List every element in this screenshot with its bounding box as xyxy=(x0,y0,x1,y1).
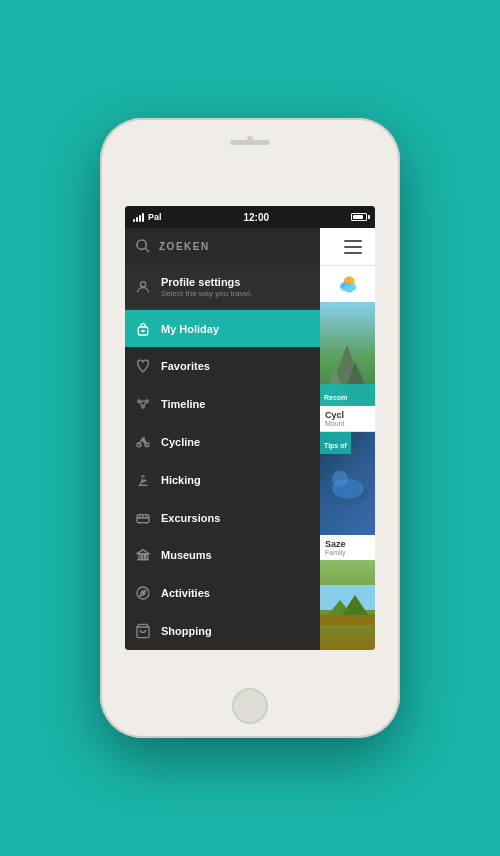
bicycle-icon xyxy=(135,434,151,450)
excursions-title: Excursions xyxy=(161,512,220,524)
search-icon xyxy=(135,238,151,254)
sidebar-item-hicking[interactable]: Hicking xyxy=(125,461,320,499)
svg-rect-20 xyxy=(139,554,141,560)
weather-icon xyxy=(336,272,360,296)
status-bar: Pal 12:00 xyxy=(125,206,375,228)
svg-point-2 xyxy=(140,282,145,287)
screen-content: ZOEKEN Profile settings Select the way y… xyxy=(125,228,375,650)
compass-icon xyxy=(135,585,151,601)
svg-rect-40 xyxy=(320,615,375,625)
profile-text: Profile settings Select the way you trav… xyxy=(161,276,252,298)
suitcase-icon xyxy=(135,321,151,337)
status-left: Pal xyxy=(133,212,162,222)
card2-info: Saze Family xyxy=(320,535,375,560)
card2-title: Saze xyxy=(325,539,370,549)
museums-title: Museums xyxy=(161,549,212,561)
profile-subtitle: Select the way you travel. xyxy=(161,289,252,298)
card2-image: Tips of xyxy=(320,432,375,536)
signal-bars xyxy=(133,213,144,222)
svg-rect-30 xyxy=(340,288,354,291)
card2-badge-text: Tips of xyxy=(324,442,347,449)
shopping-icon xyxy=(135,623,151,639)
profile-title: Profile settings xyxy=(161,276,252,288)
sidebar-item-profile[interactable]: Profile settings Select the way you trav… xyxy=(125,266,320,310)
svg-point-0 xyxy=(137,240,146,249)
card2-section: Tips of Saze Family xyxy=(320,432,375,561)
cycline-title: Cycline xyxy=(161,436,200,448)
phone-frame: Pal 12:00 xyxy=(100,118,400,738)
card1-badge: Recom xyxy=(320,384,375,406)
hamburger-line-3 xyxy=(344,252,362,254)
landscape-bg xyxy=(320,560,375,650)
card1-image: Recom xyxy=(320,302,375,406)
favorites-title: Favorites xyxy=(161,360,210,372)
search-label: ZOEKEN xyxy=(159,241,210,252)
svg-line-10 xyxy=(140,402,143,405)
timeline-title: Timeline xyxy=(161,398,205,410)
card1-badge-text: Recom xyxy=(324,394,347,401)
right-header xyxy=(320,228,375,266)
card1-subtitle: Mount xyxy=(325,420,370,427)
sidebar-item-cycline[interactable]: Cycline xyxy=(125,423,320,461)
landscape-svg xyxy=(320,560,375,650)
battery-icon xyxy=(351,213,367,221)
shopping-title: Shopping xyxy=(161,625,212,637)
status-right xyxy=(351,213,367,221)
sidebar-item-activities[interactable]: Activities xyxy=(125,574,320,612)
svg-rect-22 xyxy=(146,554,148,560)
home-button[interactable] xyxy=(232,688,268,724)
right-content: Recom Cycl Mount xyxy=(320,266,375,650)
svg-point-24 xyxy=(142,593,143,594)
right-panel: Recom Cycl Mount xyxy=(320,228,375,650)
weather-section xyxy=(320,266,375,302)
hicking-title: Hicking xyxy=(161,474,201,486)
card2-subtitle: Family xyxy=(325,549,370,556)
svg-line-1 xyxy=(145,248,149,252)
search-row[interactable]: ZOEKEN xyxy=(125,228,320,266)
sidebar-item-shopping[interactable]: Shopping xyxy=(125,612,320,650)
sidebar-item-my-holiday[interactable]: My Holiday xyxy=(125,310,320,348)
hamburger-line-1 xyxy=(344,240,362,242)
svg-rect-21 xyxy=(142,554,144,560)
person-icon xyxy=(135,279,151,295)
battery-fill xyxy=(353,215,363,219)
hamburger-button[interactable] xyxy=(339,233,367,261)
my-holiday-title: My Holiday xyxy=(161,323,219,335)
bottom-image xyxy=(320,560,375,650)
timeline-icon xyxy=(135,396,151,412)
sidebar-item-favorites[interactable]: Favorites xyxy=(125,347,320,385)
sidebar-item-museums[interactable]: Museums xyxy=(125,537,320,575)
status-time: 12:00 xyxy=(243,212,269,223)
sidebar-item-timeline[interactable]: Timeline xyxy=(125,385,320,423)
activities-title: Activities xyxy=(161,587,210,599)
bus-icon xyxy=(135,510,151,526)
svg-line-11 xyxy=(144,402,147,405)
svg-point-36 xyxy=(332,470,348,486)
card2-badge: Tips of xyxy=(320,432,351,454)
card1-section: Recom Cycl Mount xyxy=(320,302,375,431)
card1-title: Cycl xyxy=(325,410,370,420)
heart-icon xyxy=(135,358,151,374)
phone-screen: Pal 12:00 xyxy=(125,206,375,650)
museum-icon xyxy=(135,547,151,563)
hike-icon xyxy=(135,472,151,488)
hamburger-line-2 xyxy=(344,246,362,248)
sidebar-item-excursions[interactable]: Excursions xyxy=(125,499,320,537)
card1-info: Cycl Mount xyxy=(320,406,375,431)
carrier-label: Pal xyxy=(148,212,162,222)
sidebar: ZOEKEN Profile settings Select the way y… xyxy=(125,228,320,650)
